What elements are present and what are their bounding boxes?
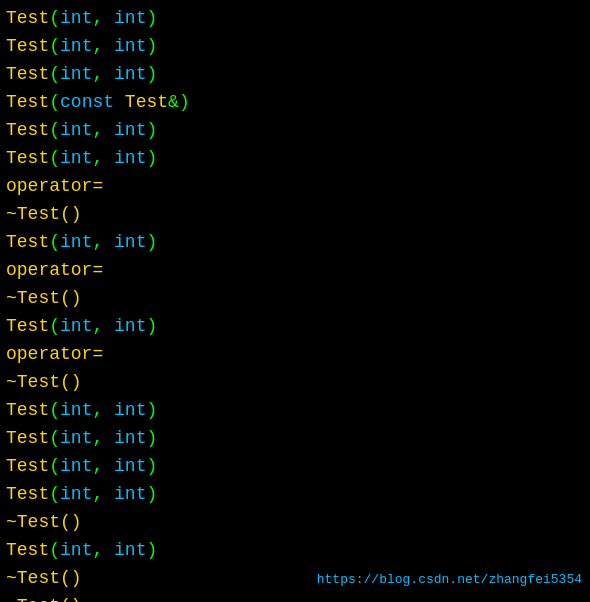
code-line: Test(int, int) [6,424,584,452]
code-line: Test(int, int) [6,452,584,480]
code-block: Test(int, int)Test(int, int)Test(int, in… [0,0,590,602]
code-line: Test(int, int) [6,4,584,32]
code-line: Test(int, int) [6,228,584,256]
code-line: Test(int, int) [6,312,584,340]
code-line: ~Test() [6,284,584,312]
code-line: Test(int, int) [6,32,584,60]
code-line: Test(int, int) [6,116,584,144]
code-line: ~Test() [6,508,584,536]
code-line: Test(int, int) [6,480,584,508]
code-line: Test(int, int) [6,396,584,424]
code-line: operator= [6,340,584,368]
code-line: Test(int, int) [6,536,584,564]
code-line: Test(int, int) [6,144,584,172]
code-line: operator= [6,172,584,200]
watermark: https://blog.csdn.net/zhangfei5354 [317,566,582,594]
code-line: Test(const Test&) [6,88,584,116]
code-line: ~Test() [6,200,584,228]
code-line: ~Test() [6,368,584,396]
code-line: Test(int, int) [6,60,584,88]
code-line: operator= [6,256,584,284]
